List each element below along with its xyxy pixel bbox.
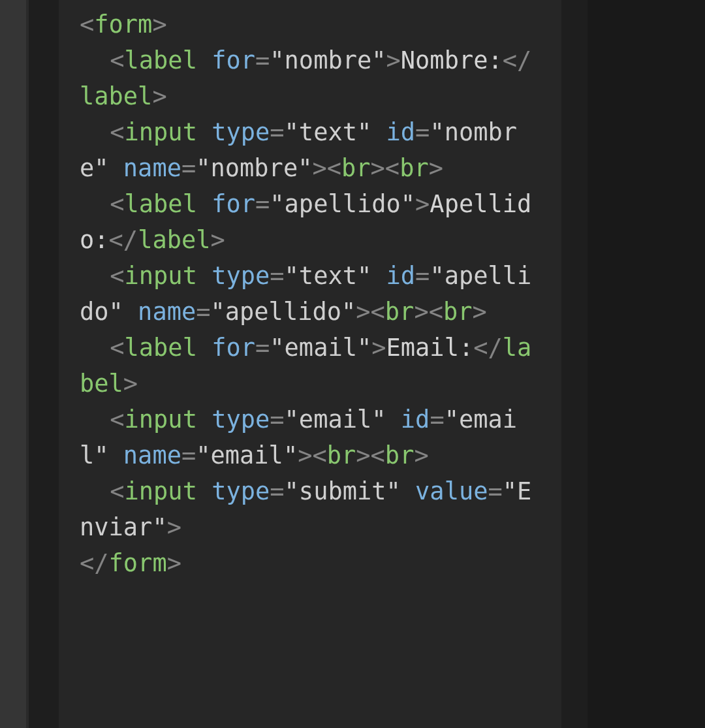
indent (80, 186, 110, 222)
attr-for: for (212, 46, 255, 74)
tag-label: label (80, 82, 152, 110)
str-email: "email" (285, 405, 386, 434)
tag-input: input (125, 262, 197, 290)
angle-open: < (110, 334, 124, 362)
equals: = (430, 405, 444, 434)
angle-close: > (371, 334, 386, 362)
str-text: "text" (285, 262, 372, 290)
tag-br: br (327, 441, 356, 469)
space (109, 441, 123, 469)
angle-close: > (123, 370, 138, 398)
code-block[interactable]: <form> <label for="nombre">Nombre:</labe… (59, 0, 561, 728)
angle-close: > (414, 441, 428, 469)
angle-pair: >< (414, 298, 443, 326)
str-nombre: "nombre" (196, 154, 312, 182)
space (371, 262, 386, 290)
equals: = (181, 154, 196, 182)
tag-br: br (341, 154, 371, 182)
space (197, 405, 212, 434)
angle-close: > (429, 154, 443, 182)
space (197, 46, 212, 74)
angle-pair: >< (312, 154, 341, 182)
tag-label: label (125, 46, 197, 74)
indent (80, 402, 110, 437)
attr-name-attr: name (123, 441, 181, 469)
angle-pair: >< (371, 154, 400, 182)
tag-br: br (385, 298, 415, 326)
angle-open: < (110, 477, 124, 505)
attr-id: id (386, 262, 416, 290)
str-email: "email" (270, 334, 371, 362)
attr-type: type (212, 405, 270, 434)
space (109, 154, 123, 182)
attr-name-attr: name (138, 298, 196, 326)
equals: = (488, 477, 502, 505)
space (401, 477, 415, 505)
editor-panel-right (561, 0, 588, 728)
angle-open: < (110, 46, 124, 74)
angle-close: > (167, 549, 181, 577)
space (197, 262, 212, 290)
angle-close: > (152, 82, 166, 110)
equals: = (196, 298, 210, 326)
equals: = (270, 118, 284, 146)
attr-for: for (212, 190, 255, 218)
angle-close: > (152, 10, 166, 39)
indent (80, 473, 110, 509)
tag-form: form (109, 549, 167, 577)
str-text: "text" (285, 118, 372, 146)
angle-open-slash: </ (503, 46, 532, 74)
indent (80, 114, 110, 150)
space (123, 298, 138, 326)
space (197, 334, 212, 362)
angle-open: < (80, 10, 94, 39)
equals: = (255, 46, 270, 74)
angle-close: > (211, 226, 225, 254)
space (386, 405, 401, 434)
code-content[interactable]: <form> <label for="nombre">Nombre:</labe… (59, 0, 561, 581)
angle-pair: >< (298, 441, 327, 469)
attr-for: for (212, 334, 255, 362)
space (197, 190, 212, 218)
indent (80, 42, 110, 78)
tag-input: input (125, 405, 197, 434)
equals: = (255, 190, 270, 218)
angle-open: < (110, 118, 124, 146)
tag-br: br (385, 441, 415, 469)
attr-type: type (212, 262, 270, 290)
space (197, 118, 212, 146)
equals: = (415, 262, 430, 290)
tag-input: input (125, 477, 197, 505)
attr-type: type (212, 118, 270, 146)
str-email: "email" (196, 441, 298, 469)
tag-label: label (125, 334, 197, 362)
angle-pair: >< (356, 441, 385, 469)
str-apellido: "apellido" (211, 298, 356, 326)
editor-gutter (0, 0, 26, 728)
angle-open-slash: </ (109, 226, 138, 254)
tag-br: br (443, 298, 473, 326)
equals: = (270, 262, 284, 290)
angle-open: < (110, 405, 124, 434)
angle-open-slash: </ (473, 334, 503, 362)
attr-value: value (415, 477, 488, 505)
tag-label: label (125, 190, 197, 218)
indent (80, 258, 110, 294)
str-nombre: "nombre" (270, 46, 386, 74)
tag-label: label (138, 226, 210, 254)
tag-br: br (400, 154, 429, 182)
indent (80, 330, 110, 366)
text-email: Email: (386, 334, 474, 362)
str-apellido: "apellido" (270, 190, 415, 218)
tag-form: form (94, 10, 152, 39)
space (197, 477, 212, 505)
space (371, 118, 386, 146)
angle-close: > (415, 190, 430, 218)
angle-open: < (110, 262, 124, 290)
equals: = (270, 405, 284, 434)
equals: = (181, 441, 196, 469)
attr-name-attr: name (123, 154, 181, 182)
attr-type: type (212, 477, 270, 505)
tag-input: input (125, 118, 197, 146)
editor-background (588, 0, 705, 728)
